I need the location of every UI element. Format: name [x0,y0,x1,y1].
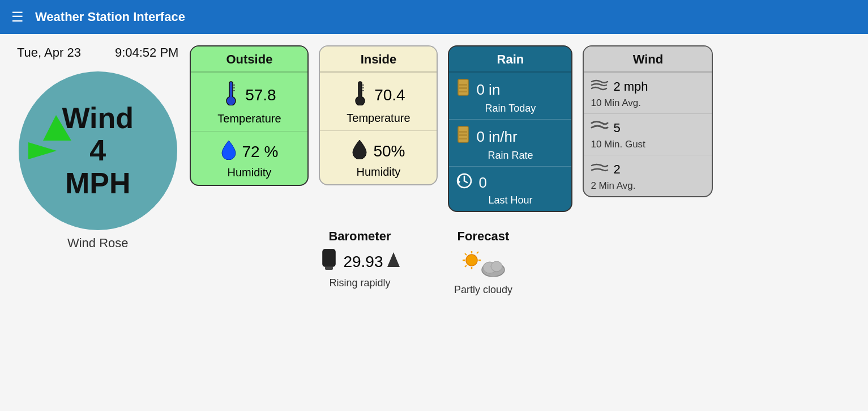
outside-thermometer-icon [223,80,240,110]
outside-card: Outside [190,45,309,186]
wind-avg10-value: 2 mph [591,77,705,96]
wind-card-header: Wind [584,46,712,73]
wind-rose-label: Wind Rose [67,236,129,251]
wind-avg2-number: 2 [613,162,620,177]
svg-marker-26 [387,252,400,267]
forecast-label: Partly cloudy [454,284,512,296]
wind-lines-svg-avg2 [591,160,609,176]
inside-temp-row: 70.4 Temperature [320,73,437,131]
wind-avg2-label: 2 Min Avg. [591,180,705,192]
outside-humidity-label: Humidity [228,166,272,179]
inside-humidity-label: Humidity [357,166,401,179]
inside-temp-number: 70.4 [374,86,405,104]
inside-temp-value: 70.4 [352,80,405,109]
rain-lasthour-section: 0 Last Hour [449,167,571,211]
svg-marker-1 [28,142,57,159]
wind-data-card: Wind 2 mph 10 Min Avg. [583,45,713,197]
app-title: Weather Station Interface [35,10,185,24]
svg-point-27 [466,255,477,266]
svg-rect-10 [359,92,361,101]
cloud-icon [481,256,506,282]
rain-card-header: Rain [449,46,571,73]
wind-arrow-left-icon [25,139,59,162]
outside-droplet-icon [221,139,237,164]
outside-card-header: Outside [191,46,307,73]
svg-rect-24 [323,249,335,266]
outside-temp-row: 57.8 Temperature [191,73,307,132]
rain-gauge-svg-rate [456,125,471,145]
wind-speed-display: Wind 4 MPH [62,102,134,200]
inside-humidity-row: 50% Humidity [320,131,437,184]
rain-rate-value: 0 in/hr [456,125,565,149]
left-panel: Tue, Apr 23 9:04:52 PM Wind 4 MPH Wind R [17,45,178,251]
rain-rate-label: Rain Rate [456,150,565,162]
inside-card-header: Inside [320,46,437,73]
wind-gust10-label: 10 Min. Gust [591,139,705,150]
barometer-number: 29.93 [343,253,383,271]
menu-icon[interactable]: ☰ [11,9,24,25]
main-content: Tue, Apr 23 9:04:52 PM Wind 4 MPH Wind R [0,34,868,313]
svg-rect-25 [325,266,333,270]
inside-humidity-value: 50% [352,139,405,163]
history-svg [456,172,473,189]
wind-avg10-number: 2 mph [613,79,648,94]
rain-gauge-today-icon [456,78,471,101]
wind-rose-circle: Wind 4 MPH [19,71,177,230]
rain-today-label: Rain Today [456,103,565,115]
barometer-title: Barometer [328,229,391,244]
wind-lines-svg-avg10 [591,77,609,93]
rain-rate-number: 0 in/hr [476,128,517,146]
svg-line-32 [465,253,467,255]
wind-avg2-icon [591,160,609,179]
rain-rate-section: 0 in/hr Rain Rate [449,120,571,167]
cards-area: Outside [190,45,851,302]
barometer-card: Barometer 29.93 [303,223,416,302]
cloud-svg [481,259,506,277]
wind-avg10-label: 10 Min Avg. [591,98,705,109]
rain-lasthour-number: 0 [478,174,486,192]
rain-gauge-rate-icon [456,125,471,149]
rain-lasthour-value: 0 [456,172,565,193]
up-arrow-svg [387,251,400,268]
outside-temp-value: 57.8 [223,80,276,110]
barometer-value-row: 29.93 [319,248,400,275]
rain-today-section: 0 in Rain Today [449,73,571,120]
svg-rect-4 [230,92,232,101]
date-display: Tue, Apr 23 [17,45,81,60]
inside-droplet-icon [352,139,367,163]
datetime-row: Tue, Apr 23 9:04:52 PM [17,45,178,60]
inside-temp-label: Temperature [347,112,410,125]
wind-avg10-icon [591,77,609,96]
rain-today-value: 0 in [456,78,565,101]
thermometer-svg-outside [223,80,240,105]
svg-rect-20 [459,134,467,136]
wind-avg10-section: 2 mph 10 Min Avg. [584,73,712,114]
time-display: 9:04:52 PM [115,45,179,60]
wind-gust10-value: 5 [591,118,705,138]
droplet-svg-outside [221,139,237,160]
wind-avg2-value: 2 [591,160,705,179]
inside-card: Inside 70. [319,45,438,185]
wind-gust10-icon [591,118,609,138]
wind-lines-svg-gust10 [591,118,609,134]
inside-thermometer-icon [352,80,369,109]
header: ☰ Weather Station Interface [0,0,868,34]
outside-humidity-number: 72 % [242,143,279,161]
svg-point-37 [491,261,502,272]
outside-temp-number: 57.8 [245,86,276,104]
barometer-icon [319,248,339,275]
barometer-label: Rising rapidly [329,277,390,289]
svg-rect-17 [459,91,467,92]
cards-row-bottom: Barometer 29.93 [190,223,851,302]
svg-rect-16 [459,87,467,89]
droplet-svg-inside [352,139,367,159]
outside-humidity-row: 72 % Humidity [191,132,307,185]
rain-today-number: 0 in [476,81,500,99]
rain-history-icon [456,172,473,193]
thermometer-svg-inside [352,80,369,105]
outside-temp-label: Temperature [217,112,281,125]
svg-line-34 [465,265,467,267]
forecast-icon-row [460,248,506,282]
rain-lasthour-label: Last Hour [456,194,565,206]
cards-row-main: Outside [190,45,851,212]
